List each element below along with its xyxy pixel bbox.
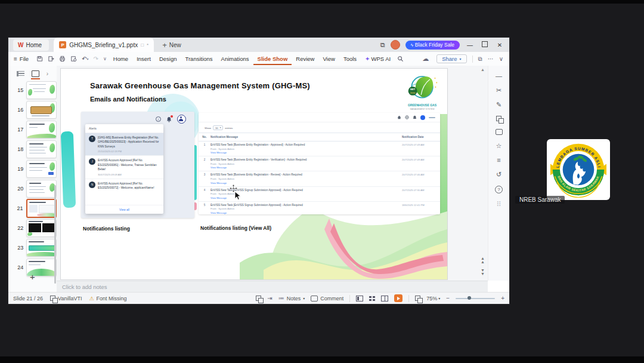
quick-tools-icon[interactable]: ✂ bbox=[496, 87, 501, 94]
slide-thumbnail-15[interactable]: 15 bbox=[8, 81, 57, 99]
comment-button[interactable]: Comment bbox=[311, 296, 343, 302]
print-icon[interactable] bbox=[59, 56, 66, 62]
next-slide-button[interactable]: ▼▼ bbox=[481, 269, 485, 276]
wps-ai-button[interactable]: ✦WPS AI bbox=[361, 56, 395, 62]
slide-thumbnail-21-selected[interactable]: 21 bbox=[8, 199, 57, 217]
slide-thumbnail-18[interactable]: 18 bbox=[8, 140, 57, 158]
save-icon[interactable] bbox=[36, 56, 43, 62]
menu-home[interactable]: Home bbox=[109, 56, 132, 62]
shapes-pane-icon[interactable] bbox=[496, 116, 501, 121]
comments-pane-icon[interactable] bbox=[496, 129, 503, 135]
thumbnail-image[interactable] bbox=[26, 140, 57, 158]
collapse-sidebar-icon[interactable]: — bbox=[496, 73, 502, 79]
menu-insert[interactable]: Insert bbox=[132, 56, 155, 62]
document-tab[interactable]: P GHGMS_Briefing_v1.pptx □ * bbox=[54, 38, 154, 52]
menu-transitions[interactable]: Transitions bbox=[181, 56, 217, 62]
close-button[interactable]: ✕ bbox=[495, 42, 504, 48]
slide-thumbnail-23[interactable]: 23 bbox=[8, 239, 57, 256]
thumbnail-image[interactable] bbox=[26, 180, 57, 198]
outline-view-icon[interactable] bbox=[17, 71, 24, 76]
slide-thumbnail-17[interactable]: 17 bbox=[8, 121, 57, 138]
toolbar-more-icon[interactable]: ∨ bbox=[103, 56, 107, 61]
menu-design[interactable]: Design bbox=[155, 56, 181, 62]
tab-preview-icon[interactable]: □ bbox=[141, 42, 144, 48]
slide-sorter-icon[interactable] bbox=[369, 296, 375, 301]
menu-review[interactable]: Review bbox=[292, 56, 318, 62]
zoom-out-button[interactable]: − bbox=[446, 295, 450, 302]
thumbnail-image[interactable] bbox=[26, 160, 57, 178]
thumbnail-scrollbar[interactable] bbox=[54, 185, 56, 284]
alert-avatar: N bbox=[89, 182, 95, 188]
new-document-button[interactable]: + New bbox=[162, 41, 181, 50]
restore-button[interactable] bbox=[480, 41, 490, 48]
slide-counter[interactable]: Slide 21 / 26 bbox=[13, 296, 43, 302]
tab-list-icon[interactable]: ⧉ bbox=[380, 41, 385, 49]
redo-icon[interactable]: ↷ bbox=[94, 56, 98, 62]
thumbnail-image[interactable] bbox=[26, 219, 57, 237]
thumbnail-number: 17 bbox=[8, 127, 26, 133]
side-panel-icon[interactable]: ⇥ bbox=[267, 295, 272, 302]
animation-pane-icon[interactable]: ✎ bbox=[496, 101, 501, 108]
apps-grid-icon[interactable]: ⠿ bbox=[496, 201, 501, 208]
zoom-in-button[interactable]: + bbox=[501, 295, 504, 302]
caption-left[interactable]: Notifications listing bbox=[83, 226, 130, 232]
history-pane-icon[interactable]: ↺ bbox=[496, 171, 501, 178]
export-icon[interactable] bbox=[48, 56, 54, 62]
menu-slide-show[interactable]: Slide Show bbox=[253, 56, 292, 65]
add-slide-button[interactable]: + bbox=[8, 272, 57, 282]
collapse-panel-icon[interactable]: › bbox=[47, 70, 48, 77]
notes-toggle[interactable]: ≔ Notes▾ bbox=[278, 295, 305, 302]
undo-icon[interactable]: ↶▾ bbox=[82, 56, 88, 62]
account-avatar[interactable] bbox=[391, 40, 400, 50]
slide-view-icon[interactable] bbox=[32, 70, 39, 77]
menu-animations[interactable]: Animations bbox=[217, 56, 253, 62]
thumbnail-image[interactable] bbox=[26, 121, 57, 139]
slide-thumbnail-20[interactable]: 20 bbox=[8, 180, 57, 197]
normal-view-icon[interactable] bbox=[356, 296, 363, 302]
thumbnail-image[interactable] bbox=[26, 81, 57, 99]
slide-thumbnail-22[interactable]: 22 bbox=[8, 219, 57, 236]
caption-right[interactable]: Notifications listing (View All) bbox=[200, 225, 271, 231]
slide-subtitle[interactable]: Emails and Notifications bbox=[90, 96, 166, 103]
thumbnail-image[interactable] bbox=[26, 101, 57, 119]
properties-pane-icon[interactable]: ≡ bbox=[497, 157, 500, 164]
task-window-icon[interactable] bbox=[256, 296, 261, 301]
share-button[interactable]: Share▾ bbox=[436, 54, 466, 63]
previous-slide-button[interactable]: ▲▲ bbox=[481, 257, 485, 264]
zoom-slider[interactable] bbox=[456, 298, 495, 299]
slide-thumbnail-19[interactable]: 19 bbox=[8, 160, 57, 177]
notification-date: 20/7/2025 07:30 AM bbox=[402, 189, 440, 199]
canvas-scrollbar[interactable]: ▲ ▲▲ ▼▼ bbox=[479, 66, 487, 281]
slideshow-play-button[interactable] bbox=[394, 294, 402, 302]
participant-video-tile[interactable]: LEMBAGA SUMBER ASLI DAN ALAM SEKITAR SAR… bbox=[513, 134, 644, 207]
thumbnail-image[interactable] bbox=[26, 239, 57, 257]
menu-tools[interactable]: Tools bbox=[339, 56, 361, 62]
more-options-icon[interactable]: ⋯ bbox=[488, 56, 494, 62]
reading-view-icon[interactable] bbox=[381, 296, 388, 302]
thumbnail-image[interactable] bbox=[26, 199, 57, 218]
theme-indicator[interactable]: VanillaVTI bbox=[50, 296, 82, 302]
collapse-ribbon-icon[interactable]: ∨ bbox=[499, 56, 503, 62]
current-slide[interactable]: Sarawak Greenhouse Gas Management System… bbox=[60, 68, 448, 280]
new-label: New bbox=[169, 42, 181, 48]
switch-window-icon[interactable]: ⧉ bbox=[478, 56, 482, 63]
font-missing-warning[interactable]: ⚠ Font Missing bbox=[89, 296, 126, 302]
wps-home-tab[interactable]: W Home bbox=[13, 39, 49, 51]
search-icon[interactable] bbox=[397, 56, 404, 62]
notes-input-area[interactable]: Click to add notes bbox=[57, 281, 488, 292]
help-icon[interactable]: ? bbox=[495, 186, 503, 193]
minimize-button[interactable]: — bbox=[465, 42, 475, 48]
zoom-knob[interactable] bbox=[467, 296, 471, 300]
scroll-up-arrow[interactable]: ▲ bbox=[481, 67, 485, 72]
slide-title[interactable]: Sarawak Greenhouse Gas Management System… bbox=[90, 81, 310, 90]
fit-slide-icon[interactable] bbox=[415, 296, 420, 301]
file-menu[interactable]: ≡ File bbox=[8, 56, 34, 62]
print-preview-icon[interactable] bbox=[70, 56, 77, 62]
menu-view[interactable]: View bbox=[318, 56, 339, 62]
black-friday-sale-button[interactable]: ϟ Black Friday Sale bbox=[405, 41, 460, 50]
cloud-sync-icon[interactable]: ☁ bbox=[422, 55, 429, 63]
zoom-level[interactable]: 75%▾ bbox=[426, 296, 440, 302]
effects-pane-icon[interactable]: ☆ bbox=[496, 143, 502, 149]
divider bbox=[472, 56, 473, 63]
slide-thumbnail-16[interactable]: 16 bbox=[8, 101, 57, 118]
